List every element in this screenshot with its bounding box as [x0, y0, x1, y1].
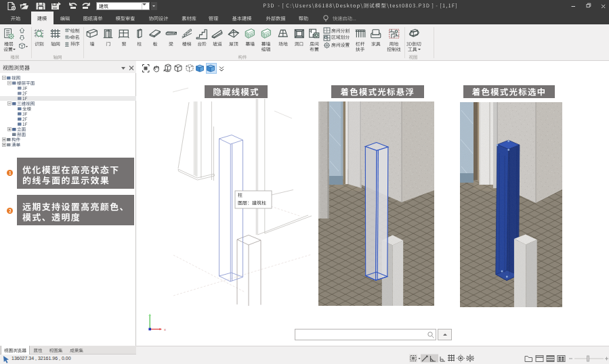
svg-text:x: x: [164, 327, 166, 332]
